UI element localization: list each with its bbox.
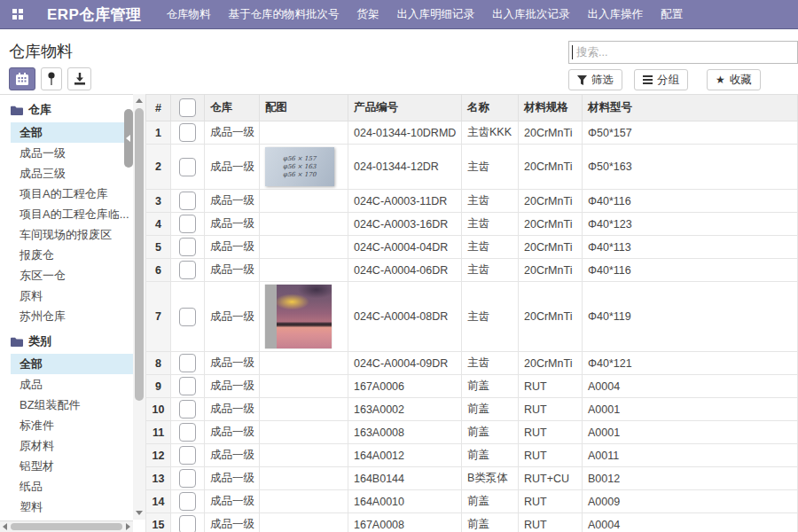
- row-checkbox[interactable]: [179, 377, 196, 395]
- table-row[interactable]: 5成品一级024C-A0004-04DR主齿20CrMnTiΦ40*113: [146, 236, 798, 259]
- sidebar-item[interactable]: 塑料: [0, 497, 133, 517]
- nav-item-5[interactable]: 出入库批次记录: [483, 0, 579, 28]
- table-row[interactable]: 8成品一级024C-A0004-09DR主齿20CrMnTiΦ40*121: [146, 352, 798, 375]
- column-header-model[interactable]: 材料型号: [583, 95, 798, 121]
- favorite-button[interactable]: ★ 收藏: [707, 69, 761, 90]
- cell-material-model: Φ40*116: [583, 190, 798, 213]
- column-header-image[interactable]: 配图: [260, 95, 348, 121]
- table-row[interactable]: 4成品一级024C-A0003-16DR主齿20CrMnTiΦ40*123: [146, 213, 798, 236]
- scroll-right-arrow-icon[interactable]: [126, 523, 130, 530]
- sidebar-item[interactable]: 铝型材: [0, 456, 133, 476]
- app-title: ERP仓库管理: [47, 4, 141, 25]
- cell-material-spec: 20CrMnTi: [519, 352, 583, 375]
- sidebar-item[interactable]: 苏州仓库: [0, 306, 133, 326]
- row-checkbox[interactable]: [179, 158, 196, 176]
- table-row[interactable]: 12成品一级164A0012前盖RUTA0011: [146, 444, 798, 467]
- product-photo-plate[interactable]: φ56 × 157φ56 × 163φ56 × 170: [265, 147, 334, 186]
- column-header-code[interactable]: 产品编号: [348, 95, 462, 121]
- vertical-scrollbar-thumb[interactable]: [135, 108, 144, 401]
- filter-button[interactable]: 筛选: [568, 69, 622, 90]
- column-header-name[interactable]: 名称: [462, 95, 519, 121]
- row-checkbox[interactable]: [179, 423, 196, 442]
- sidebar-item[interactable]: 成品一级: [0, 143, 133, 163]
- nav-item-6[interactable]: 出入库操作: [578, 0, 652, 28]
- table-row[interactable]: 14成品一级164A0010前盖RUTA0009: [146, 490, 798, 513]
- table-row[interactable]: 1成品一级024-01344-10DRMD主齿KKK20CrMnTiΦ50*15…: [146, 121, 798, 145]
- table-row[interactable]: 2成品一级φ56 × 157φ56 × 163φ56 × 170024-0134…: [146, 145, 798, 190]
- scroll-down-arrow-icon[interactable]: [136, 511, 143, 515]
- cell-row-number: 8: [146, 352, 171, 375]
- apps-grid-icon[interactable]: [12, 9, 23, 20]
- row-checkbox[interactable]: [179, 354, 196, 372]
- cell-name: 主齿: [462, 352, 519, 375]
- sidebar-collapse-handle[interactable]: [124, 109, 133, 168]
- table-row[interactable]: 7成品一级024C-A0004-08DR主齿20CrMnTiΦ40*119: [146, 282, 798, 352]
- cell-material-spec: RUT+CU: [519, 467, 583, 490]
- sidebar-item[interactable]: 全部: [11, 354, 133, 374]
- sidebar-item[interactable]: 项目A的工程仓库: [0, 184, 133, 204]
- sidebar-item[interactable]: 原料: [0, 286, 133, 306]
- sidebar-item[interactable]: 全部: [11, 122, 133, 143]
- cell-image: [260, 375, 348, 398]
- row-checkbox[interactable]: [179, 192, 196, 210]
- row-checkbox[interactable]: [179, 492, 196, 511]
- cell-row-number: 6: [146, 259, 171, 282]
- sidebar-item[interactable]: 标准件: [0, 415, 133, 435]
- table-row[interactable]: 10成品一级163A0002前盖RUTA0001: [146, 398, 798, 421]
- sidebar-item[interactable]: 东区一仓: [0, 265, 133, 286]
- group-button[interactable]: 分组: [634, 69, 688, 90]
- download-button[interactable]: [67, 67, 91, 90]
- cell-name: 主齿: [462, 190, 519, 213]
- sidebar-item[interactable]: 原材料: [0, 435, 133, 456]
- sidebar-vertical-scrollbar[interactable]: [133, 94, 145, 520]
- row-checkbox[interactable]: [179, 469, 196, 488]
- sidebar-item[interactable]: 报废仓: [0, 245, 133, 265]
- cell-material-model: A0004: [583, 513, 798, 532]
- cell-name: 前盖: [462, 421, 519, 444]
- cell-checkbox: [171, 145, 205, 190]
- sidebar-item[interactable]: 车间现场的报废区: [0, 224, 133, 245]
- scroll-left-arrow-icon[interactable]: [3, 523, 7, 530]
- nav-item-7[interactable]: 配置: [652, 0, 692, 28]
- search-input[interactable]: [568, 41, 798, 64]
- star-icon: ★: [716, 74, 725, 85]
- row-checkbox[interactable]: [179, 400, 196, 419]
- nav-item-3[interactable]: 货架: [348, 0, 387, 28]
- search-option-buttons: 筛选 分组 ★ 收藏: [568, 69, 761, 90]
- column-header-spec[interactable]: 材料规格: [519, 95, 583, 121]
- row-checkbox[interactable]: [179, 261, 196, 279]
- table-row[interactable]: 15成品一级167A0008前盖RUTA0004: [146, 513, 798, 532]
- row-checkbox[interactable]: [179, 515, 196, 532]
- sidebar-item[interactable]: 项目A的工程仓库临...: [0, 204, 133, 224]
- nav-item-4[interactable]: 出入库明细记录: [387, 0, 483, 28]
- row-checkbox[interactable]: [179, 238, 196, 256]
- sidebar-item[interactable]: BZ组装配件: [0, 395, 133, 415]
- sidebar-item[interactable]: 成品: [0, 374, 133, 395]
- row-checkbox[interactable]: [179, 446, 196, 465]
- calendar-view-button[interactable]: [9, 67, 35, 90]
- table-row[interactable]: 3成品一级024C-A0003-11DR主齿20CrMnTiΦ40*116: [146, 190, 798, 213]
- column-header-warehouse[interactable]: 仓库: [205, 95, 260, 121]
- text-caret: [572, 45, 573, 59]
- table-row[interactable]: 6成品一级024C-A0004-06DR主齿20CrMnTiΦ40*116: [146, 259, 798, 282]
- sidebar-item[interactable]: 纸品: [0, 476, 133, 497]
- pin-view-button[interactable]: [41, 67, 62, 90]
- sidebar-item[interactable]: 成品三级: [0, 163, 133, 184]
- table-row[interactable]: 11成品一级163A0008前盖RUTA0001: [146, 421, 798, 444]
- nav-item-2[interactable]: 基于仓库的物料批次号: [219, 0, 348, 28]
- product-photo-sunset[interactable]: [265, 285, 332, 348]
- favorite-label: 收藏: [730, 73, 752, 88]
- row-checkbox[interactable]: [179, 123, 196, 142]
- row-checkbox[interactable]: [179, 308, 196, 326]
- cell-checkbox: [171, 398, 205, 421]
- table-row[interactable]: 13成品一级164B0144B类泵体RUT+CUB0012: [146, 467, 798, 490]
- scroll-up-arrow-icon[interactable]: [136, 98, 143, 103]
- select-all-checkbox[interactable]: [179, 98, 196, 117]
- column-header-num[interactable]: #: [146, 95, 171, 121]
- nav-item-1[interactable]: 仓库物料: [157, 0, 219, 28]
- horizontal-scrollbar-thumb[interactable]: [11, 523, 122, 530]
- sidebar-horizontal-scrollbar[interactable]: [0, 520, 133, 532]
- cell-warehouse: 成品一级: [205, 490, 260, 513]
- table-row[interactable]: 9成品一级167A0006前盖RUTA0004: [146, 375, 798, 398]
- row-checkbox[interactable]: [179, 215, 196, 233]
